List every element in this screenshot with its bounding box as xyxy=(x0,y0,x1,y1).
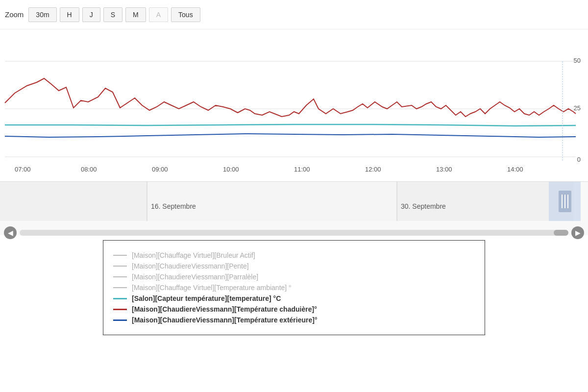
legend-text-6: [Maison][ChaudiereViessmann][Température… xyxy=(132,316,318,324)
chart-container: 50 25 0 07:00 08:00 09:00 10:00 11:00 12… xyxy=(0,29,588,181)
x-label-1400: 14:00 xyxy=(507,166,523,173)
legend: [Maison][Chauffage Virtuel][Bruleur Acti… xyxy=(103,240,485,335)
zoom-M-button[interactable]: M xyxy=(125,7,146,22)
legend-item-6: [Maison][ChaudiereViessmann][Température… xyxy=(113,316,475,324)
zoom-S-button[interactable]: S xyxy=(103,7,122,22)
legend-text-5: [Maison][ChaudiereViessmann][Température… xyxy=(132,305,317,313)
y-axis-mid: 25 xyxy=(574,104,581,112)
x-label-0700: 07:00 xyxy=(15,166,31,173)
teal-line xyxy=(5,124,576,126)
nav-scrollbar[interactable] xyxy=(20,230,568,236)
legend-text-2: [Maison][ChaudiereViessmann][Parralèle] xyxy=(132,273,258,281)
svg-rect-6 xyxy=(397,182,573,221)
x-label-1200: 12:00 xyxy=(365,166,381,173)
legend-line-6 xyxy=(113,319,127,321)
legend-line-4 xyxy=(113,298,127,299)
legend-text-1: [Maison][ChaudiereViessmann][Pente] xyxy=(132,262,249,270)
nav-scrollbar-thumb[interactable] xyxy=(554,230,568,236)
zoom-A-button[interactable]: A xyxy=(149,7,168,22)
legend-item-5: [Maison][ChaudiereViessmann][Température… xyxy=(113,305,475,313)
zoom-30m-button[interactable]: 30m xyxy=(28,7,56,22)
blue-line xyxy=(5,134,576,137)
zoom-J-button[interactable]: J xyxy=(82,7,100,22)
legend-item-1: [Maison][ChaudiereViessmann][Pente] xyxy=(113,262,475,270)
toolbar: Zoom 30m H J S M A Tous xyxy=(0,0,588,29)
legend-text-0: [Maison][Chauffage Virtuel][Bruleur Acti… xyxy=(132,251,255,259)
navigator-container: 16. Septembre 30. Septembre ◀ ▶ xyxy=(0,181,588,235)
legend-line-5 xyxy=(113,309,127,310)
legend-line-3 xyxy=(113,287,127,288)
x-label-0900: 09:00 xyxy=(152,166,168,173)
zoom-H-button[interactable]: H xyxy=(60,7,79,22)
y-axis-max: 50 xyxy=(574,57,581,64)
y-axis-min: 0 xyxy=(577,156,581,163)
nav-arrow-right[interactable]: ▶ xyxy=(571,226,584,239)
legend-item-0: [Maison][Chauffage Virtuel][Bruleur Acti… xyxy=(113,251,475,259)
x-label-0800: 08:00 xyxy=(81,166,97,173)
svg-rect-4 xyxy=(0,182,147,221)
x-label-1300: 13:00 xyxy=(436,166,452,173)
red-line xyxy=(5,78,576,117)
zoom-label: Zoom xyxy=(5,10,24,19)
legend-text-4: [Salon][Capteur température][temperature… xyxy=(132,294,281,302)
nav-date-1: 16. Septembre xyxy=(151,202,196,210)
legend-line-2 xyxy=(113,276,127,277)
legend-item-3: [Maison][Chauffage Virtuel][Temperature … xyxy=(113,284,475,292)
legend-text-3: [Maison][Chauffage Virtuel][Temperature … xyxy=(132,284,292,292)
legend-line-0 xyxy=(113,255,127,256)
chart-svg: 50 25 0 07:00 08:00 09:00 10:00 11:00 12… xyxy=(0,29,588,181)
legend-item-4: [Salon][Capteur température][temperature… xyxy=(113,294,475,302)
nav-controls: ◀ ▶ xyxy=(0,223,588,243)
zoom-tous-button[interactable]: Tous xyxy=(171,7,200,22)
x-label-1100: 11:00 xyxy=(294,166,310,173)
x-label-1000: 10:00 xyxy=(223,166,239,173)
legend-line-1 xyxy=(113,266,127,267)
svg-rect-5 xyxy=(147,182,397,221)
nav-date-2: 30. Septembre xyxy=(401,202,446,210)
nav-arrow-left[interactable]: ◀ xyxy=(4,226,17,239)
navigator-svg: 16. Septembre 30. Septembre xyxy=(0,182,588,221)
legend-item-2: [Maison][ChaudiereViessmann][Parralèle] xyxy=(113,273,475,281)
